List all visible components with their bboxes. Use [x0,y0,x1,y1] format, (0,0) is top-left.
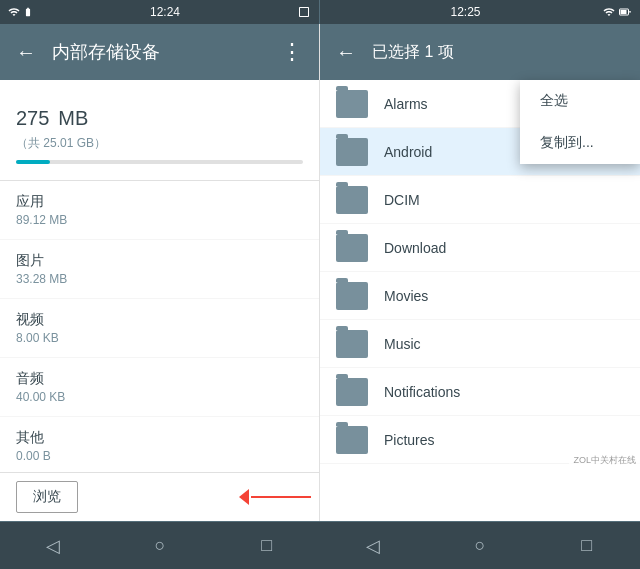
storage-categories-list: 应用 89.12 MB 图片 33.28 MB 视频 8.00 KB 音频 40… [0,181,319,472]
storage-item-images[interactable]: 图片 33.28 MB [0,240,319,299]
storage-item-size: 89.12 MB [16,213,303,227]
folder-icon [336,282,368,310]
storage-item-name: 音频 [16,370,303,388]
storage-item-size: 8.00 KB [16,331,303,345]
folder-item-dcim[interactable]: DCIM [320,176,640,224]
recent-nav-button-left[interactable]: □ [243,522,291,570]
folder-icon [336,426,368,454]
time-right: 12:25 [450,5,480,19]
storage-item-name: 应用 [16,193,303,211]
storage-item-audio[interactable]: 音频 40.00 KB [0,358,319,417]
folder-name: Pictures [384,432,435,448]
storage-item-size: 0.00 B [16,449,303,463]
storage-free-unit: MB [58,107,88,129]
storage-bar-fill [16,160,50,164]
folder-item-notifications[interactable]: Notifications [320,368,640,416]
back-nav-button-left[interactable]: ◁ [29,522,77,570]
bottom-navigation: ◁ ○ □ ◁ ○ □ [0,521,640,569]
arrow-indicator [239,489,311,505]
left-back-button[interactable]: ← [16,41,36,64]
status-bar: 12:24 12:25 [0,0,640,24]
storage-item-size: 40.00 KB [16,390,303,404]
context-menu-copy-to[interactable]: 复制到... [520,122,640,164]
storage-item-name: 视频 [16,311,303,329]
storage-item-videos[interactable]: 视频 8.00 KB [0,299,319,358]
storage-free-number: 275 [16,107,49,129]
arrow-head-icon [239,489,249,505]
storage-summary: 275 MB （共 25.01 GB） [0,80,319,181]
folder-name: Download [384,240,446,256]
status-bar-right: 12:25 [320,0,640,24]
watermark: ZOL中关村在线 [569,452,640,469]
folder-item-download[interactable]: Download [320,224,640,272]
left-panel: ← 内部存储设备 ⋮ 275 MB （共 25.01 GB） 应用 89.12 … [0,24,320,521]
storage-free-display: 275 MB [16,96,303,133]
folder-icon [336,330,368,358]
browse-button[interactable]: 浏览 [16,481,78,513]
context-menu-select-all[interactable]: 全选 [520,80,640,122]
left-panel-title: 内部存储设备 [52,40,265,64]
back-nav-button-right[interactable]: ◁ [349,522,397,570]
status-bar-left: 12:24 [0,0,320,24]
right-panel: ← 已选择 1 项 全选 复制到... Alarms Android [320,24,640,521]
folder-name: DCIM [384,192,420,208]
folder-icon [336,234,368,262]
storage-bar [16,160,303,164]
svg-rect-1 [621,10,627,14]
folder-name: Notifications [384,384,460,400]
folder-name: Alarms [384,96,428,112]
arrow-line [251,496,311,498]
folder-name: Android [384,144,432,160]
folder-icon [336,138,368,166]
right-back-button[interactable]: ← [336,41,356,64]
folder-item-movies[interactable]: Movies [320,272,640,320]
folder-icon [336,378,368,406]
storage-item-other[interactable]: 其他 0.00 B [0,417,319,472]
folder-item-music[interactable]: Music [320,320,640,368]
storage-item-name: 图片 [16,252,303,270]
folder-name: Music [384,336,421,352]
right-toolbar: ← 已选择 1 项 [320,24,640,80]
folder-name: Movies [384,288,428,304]
recent-nav-button-right[interactable]: □ [563,522,611,570]
browse-button-row: 浏览 [0,472,319,521]
bottom-nav-left: ◁ ○ □ [0,521,320,569]
home-nav-button-right[interactable]: ○ [456,522,504,570]
time-left: 12:24 [150,5,180,19]
storage-item-size: 33.28 MB [16,272,303,286]
storage-item-name: 其他 [16,429,303,447]
right-panel-title: 已选择 1 项 [372,42,624,63]
home-nav-button-left[interactable]: ○ [136,522,184,570]
more-options-button[interactable]: ⋮ [281,39,303,65]
left-toolbar: ← 内部存储设备 ⋮ [0,24,319,80]
storage-total: （共 25.01 GB） [16,135,303,152]
storage-item-apps[interactable]: 应用 89.12 MB [0,181,319,240]
context-menu: 全选 复制到... [520,80,640,164]
bottom-nav-right: ◁ ○ □ [320,521,640,569]
folder-icon [336,90,368,118]
folder-icon [336,186,368,214]
